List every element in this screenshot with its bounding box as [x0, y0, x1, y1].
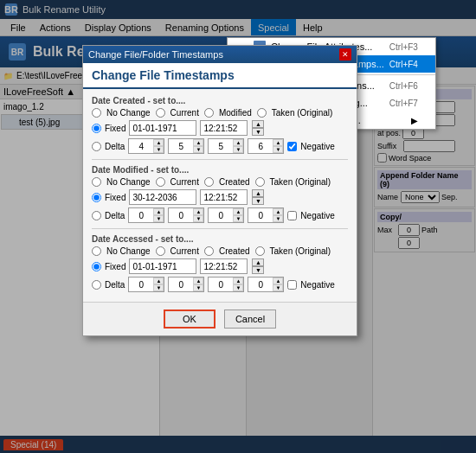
da-no-change-radio[interactable]: [92, 246, 101, 256]
dc-modified-radio[interactable]: [204, 108, 214, 118]
dc-current-radio[interactable]: [156, 108, 165, 118]
dm-no-change-radio[interactable]: [92, 177, 101, 187]
dm-d4-up[interactable]: ▲: [273, 208, 283, 215]
dialog-footer: OK Cancel: [83, 302, 357, 335]
dc-delta-row: Delta ▲ ▼ ▲ ▼: [92, 138, 348, 154]
dm-d1-spinner: ▲▼: [128, 207, 164, 223]
da-d1-input[interactable]: [129, 278, 153, 291]
dm-d3-up[interactable]: ▲: [233, 208, 243, 215]
da-d1-up[interactable]: ▲: [153, 278, 164, 284]
dm-fixed-date-input[interactable]: [129, 189, 196, 205]
dm-created-radio[interactable]: [204, 177, 214, 187]
dc-d3-down[interactable]: ▼: [233, 146, 243, 153]
dm-d1-up[interactable]: ▲: [153, 208, 164, 215]
da-d3-down[interactable]: ▼: [233, 284, 243, 291]
dc-no-change-radio[interactable]: [92, 108, 101, 118]
dc-d3-spinner: ▲ ▼: [208, 138, 244, 154]
dc-d3-input[interactable]: [209, 139, 233, 153]
ok-button[interactable]: OK: [164, 309, 215, 329]
dc-d4-btns: ▲ ▼: [273, 139, 283, 153]
dm-d3-input[interactable]: [209, 208, 233, 222]
dm-fixed-radio[interactable]: [92, 193, 101, 202]
dm-negative-checkbox[interactable]: [287, 211, 297, 220]
da-current-radio[interactable]: [156, 246, 165, 256]
dc-d1-up[interactable]: ▲: [153, 139, 164, 146]
dm-current-radio[interactable]: [156, 177, 165, 187]
dm-current-label: Current: [170, 177, 199, 187]
dm-taken-label: Taken (Original): [270, 177, 331, 187]
dc-time-spinners: ▲ ▼: [252, 120, 264, 136]
dc-d4-up[interactable]: ▲: [273, 139, 283, 146]
dc-d4-input[interactable]: [248, 139, 273, 153]
section-divider-2: [92, 228, 348, 229]
dc-negative-row: Negative: [287, 142, 334, 151]
da-taken-radio[interactable]: [255, 246, 265, 256]
dm-d2-down[interactable]: ▼: [193, 215, 203, 222]
da-time-down[interactable]: ▼: [252, 266, 264, 274]
dm-d2-up[interactable]: ▲: [193, 208, 203, 215]
da-d4-input[interactable]: [248, 278, 273, 291]
dm-d1-input[interactable]: [129, 208, 153, 222]
dm-time-up[interactable]: ▲: [252, 189, 264, 197]
dm-d2-input[interactable]: [169, 208, 193, 222]
da-time-up[interactable]: ▲: [252, 258, 264, 266]
da-negative-label: Negative: [300, 280, 334, 290]
da-fixed-time-input[interactable]: [200, 258, 248, 274]
dm-d1-down[interactable]: ▼: [153, 215, 164, 222]
dm-d3-down[interactable]: ▼: [233, 215, 243, 222]
section-divider-1: [92, 159, 348, 160]
dm-delta-label: Delta: [105, 211, 125, 220]
dc-fixed-time-input[interactable]: [200, 120, 248, 136]
dc-fixed-radio[interactable]: [92, 124, 101, 133]
dc-d1-input[interactable]: [129, 139, 153, 153]
dc-d2-input[interactable]: [169, 139, 193, 153]
da-d4-up[interactable]: ▲: [273, 278, 283, 284]
da-d2-down[interactable]: ▼: [193, 284, 203, 291]
dm-negative-label: Negative: [300, 211, 334, 220]
dm-d4-down[interactable]: ▼: [273, 215, 283, 222]
dc-d2-up[interactable]: ▲: [193, 139, 203, 146]
dc-taken-radio[interactable]: [257, 108, 267, 118]
da-negative-checkbox[interactable]: [287, 280, 297, 290]
da-d2-up[interactable]: ▲: [193, 278, 203, 284]
da-current-label: Current: [170, 246, 199, 256]
dc-d2-down[interactable]: ▼: [193, 146, 203, 153]
dm-time-down[interactable]: ▼: [252, 197, 264, 205]
da-d2-input[interactable]: [169, 278, 193, 291]
da-d3-spinner: ▲▼: [208, 277, 244, 292]
dialog-close-button[interactable]: ✕: [339, 48, 351, 61]
dc-d4-down[interactable]: ▼: [273, 146, 283, 153]
dc-no-change-label: No Change: [106, 108, 151, 118]
date-accessed-section: Date Accessed - set to.... No Change Cur…: [92, 234, 348, 292]
da-d1-down[interactable]: ▼: [153, 284, 164, 291]
dm-no-change-label: No Change: [106, 177, 151, 187]
dc-negative-checkbox[interactable]: [287, 142, 297, 151]
date-accessed-label: Date Accessed - set to....: [92, 234, 348, 244]
da-delta-radio[interactable]: [92, 280, 101, 290]
dialog-body: Date Created - set to.... No Change Curr…: [83, 89, 357, 302]
da-no-change-label: No Change: [106, 246, 151, 256]
dc-time-down[interactable]: ▼: [252, 128, 264, 136]
dm-d4-input[interactable]: [248, 208, 273, 222]
dc-d1-spinner: ▲ ▼: [128, 138, 164, 154]
da-fixed-radio[interactable]: [92, 262, 101, 271]
dc-fixed-date-input[interactable]: [129, 120, 196, 136]
dm-fixed-time-input[interactable]: [200, 189, 248, 205]
dc-d3-up[interactable]: ▲: [233, 139, 243, 146]
dc-d3-btns: ▲ ▼: [233, 139, 243, 153]
da-fixed-date-input[interactable]: [129, 258, 196, 274]
dc-time-up[interactable]: ▲: [252, 120, 264, 128]
da-delta-row: Delta ▲▼ ▲▼ ▲▼ ▲▼: [92, 277, 348, 292]
dm-delta-row: Delta ▲▼ ▲▼ ▲▼ ▲▼: [92, 207, 348, 223]
da-d3-input[interactable]: [209, 278, 233, 291]
dm-delta-radio[interactable]: [92, 211, 101, 220]
dialog-inner-title: Change File Timestamps: [83, 63, 357, 89]
cancel-button[interactable]: Cancel: [224, 309, 276, 329]
da-created-radio[interactable]: [204, 246, 214, 256]
da-d4-down[interactable]: ▼: [273, 284, 283, 291]
dc-d1-down[interactable]: ▼: [153, 146, 164, 153]
da-d1-spinner: ▲▼: [128, 277, 164, 292]
da-d3-up[interactable]: ▲: [233, 278, 243, 284]
dc-delta-radio[interactable]: [92, 142, 101, 151]
dm-taken-radio[interactable]: [255, 177, 265, 187]
